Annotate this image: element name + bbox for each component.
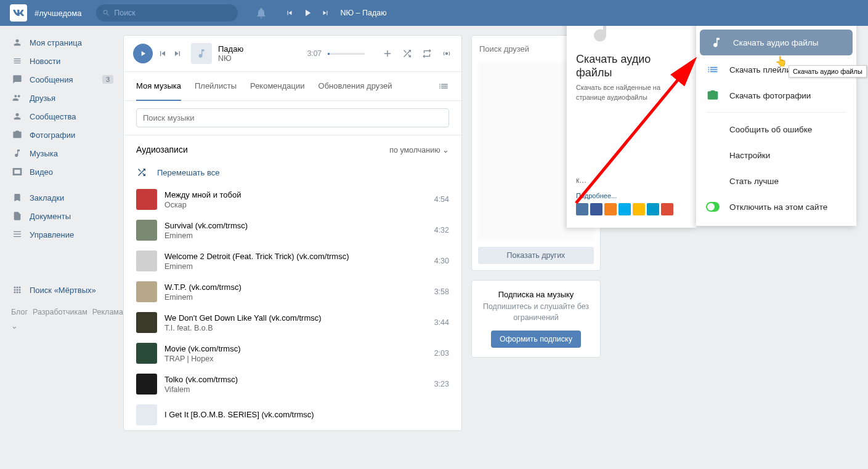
header-search[interactable]	[96, 4, 238, 22]
track-art	[136, 404, 157, 425]
sidebar-item[interactable]: Закладки	[7, 188, 117, 207]
bell-icon[interactable]	[255, 7, 267, 19]
sidebar-icon	[11, 55, 23, 67]
track-row[interactable]: Tolko (vk.com/trmsc)Vifalem3:23	[124, 369, 461, 399]
subscription-title: Подписка на музыку	[481, 290, 591, 299]
share-icon[interactable]	[619, 203, 631, 215]
prev-track-icon[interactable]	[158, 49, 168, 58]
footer-link[interactable]: Разработчикам	[33, 308, 87, 316]
sidebar-label: Видео	[30, 167, 53, 177]
repeat-icon[interactable]	[421, 48, 432, 59]
tab[interactable]: Моя музыка	[136, 72, 181, 101]
menu-item[interactable]: Стать лучше	[696, 168, 856, 194]
menu-item-icon	[706, 63, 720, 76]
add-icon[interactable]	[382, 48, 393, 59]
sidebar-icon	[11, 129, 23, 141]
track-row[interactable]: We Don't Get Down Like Yall (vk.com/trms…	[124, 307, 461, 338]
sidebar-item[interactable]: Друзья	[7, 89, 117, 107]
menu-item[interactable]: Настройки	[696, 142, 856, 168]
sidebar-item[interactable]: Видео	[7, 162, 117, 181]
track-art	[136, 312, 157, 333]
track-title: Survival (vk.com/trmsc)	[164, 221, 434, 230]
sort-dropdown[interactable]: по умолчанию ⌄	[389, 145, 449, 154]
show-others-button[interactable]: Показать других	[478, 247, 594, 264]
list-view-icon[interactable]	[438, 81, 449, 92]
share-icon[interactable]	[604, 203, 617, 215]
extension-menu: Обновить ссылкиСкачать аудио файлыСкачат…	[696, 0, 856, 226]
header-search-input[interactable]	[114, 9, 232, 17]
share-icon[interactable]	[590, 203, 602, 215]
shuffle-all-button[interactable]: Перемешать все	[124, 161, 461, 184]
sidebar-item[interactable]: Моя страница	[7, 33, 117, 52]
track-art	[136, 251, 157, 271]
footer-link[interactable]: Блог	[11, 308, 28, 316]
track-row[interactable]: I Get It [B.O.M.B. SERIES] (vk.com/trmsc…	[124, 399, 461, 430]
track-art	[136, 374, 157, 395]
ext-more-link[interactable]: Подробнее...	[576, 192, 687, 199]
sidebar-label: Друзья	[30, 94, 55, 103]
menu-item-label: Сообщить об ошибке	[729, 125, 812, 134]
shuffle-all-label: Перемешать все	[157, 168, 219, 177]
tab[interactable]: Обновления друзей	[318, 72, 392, 100]
menu-item[interactable]: Отключить на этом сайте	[696, 194, 856, 220]
menu-item[interactable]: Скачать аудио файлы	[700, 30, 853, 55]
sidebar-item[interactable]: Фотографии	[7, 126, 117, 144]
broadcast-icon[interactable]	[441, 48, 452, 59]
sidebar-item[interactable]: Управление	[7, 225, 117, 244]
menu-item-icon	[706, 122, 720, 136]
ext-trunc: к…	[576, 176, 687, 185]
tab[interactable]: Плейлисты	[195, 72, 237, 100]
track-artist: Eminem	[164, 262, 434, 271]
track-title: Между мной и тобой	[164, 190, 434, 199]
track-artist: Eminem	[164, 293, 434, 302]
menu-item-icon	[706, 148, 720, 162]
track-duration: 3:23	[434, 380, 449, 388]
menu-separator	[706, 112, 846, 113]
sidebar-label: Закладки	[30, 193, 64, 202]
menu-item[interactable]: Сообщить об ошибке	[696, 116, 856, 142]
menu-item[interactable]: Скачать фотографии	[696, 82, 856, 108]
subscribe-button[interactable]: Оформить подписку	[491, 331, 581, 348]
next-track-icon[interactable]	[172, 49, 182, 58]
sidebar-icon	[11, 166, 23, 178]
sidebar-label: Фотографии	[30, 130, 75, 140]
now-playing-art	[191, 43, 212, 64]
track-row[interactable]: Survival (vk.com/trmsc)Eminem4:32	[124, 215, 461, 246]
music-search-input[interactable]	[136, 108, 449, 127]
badge: 3	[102, 75, 113, 84]
vk-logo[interactable]	[10, 4, 27, 22]
header-hashtag[interactable]: #лучшедома	[34, 9, 81, 18]
sidebar-item[interactable]: Новости	[7, 52, 117, 70]
track-row[interactable]: W.T.P. (vk.com/trmsc)Eminem3:58	[124, 276, 461, 307]
prev-icon[interactable]	[285, 9, 294, 17]
menu-item-icon	[706, 200, 720, 214]
track-row[interactable]: Movie (vk.com/trmsc)TRAP | Hopex2:03	[124, 338, 461, 369]
sidebar-item[interactable]: Музыка	[7, 144, 117, 162]
next-icon[interactable]	[320, 9, 330, 17]
sidebar-item[interactable]: Сообщения3	[7, 70, 117, 89]
tab[interactable]: Рекомендации	[250, 72, 305, 100]
share-icon[interactable]	[661, 203, 673, 215]
play-button[interactable]	[133, 44, 153, 63]
play-icon[interactable]	[302, 7, 313, 18]
track-art	[136, 343, 157, 364]
list-header: Аудиозаписи по умолчанию ⌄	[124, 135, 461, 161]
menu-item-label: Скачать фотографии	[729, 91, 811, 100]
menu-item-label: Скачать аудио файлы	[733, 38, 818, 47]
volume-slider[interactable]	[328, 53, 365, 55]
shuffle-icon[interactable]	[402, 48, 413, 59]
subscription-box: Подписка на музыку Подпишитесь и слушайт…	[471, 280, 601, 358]
sidebar-item[interactable]: Сообщества	[7, 107, 117, 126]
header-track-label: NЮ – Падаю	[340, 9, 386, 17]
search-dead-link[interactable]: Поиск «Мёртвых»	[7, 281, 117, 299]
sidebar-item[interactable]: Документы	[7, 207, 117, 225]
share-icon[interactable]	[576, 203, 588, 215]
track-row[interactable]: Welcome 2 Detroit (Feat. Trick Trick) (v…	[124, 246, 461, 276]
share-icon[interactable]	[633, 203, 645, 215]
footer-link[interactable]: Реклама	[92, 308, 123, 316]
track-row[interactable]: Между мной и тобойОскар4:54	[124, 184, 461, 215]
track-artist: T.I. feat. B.o.B	[164, 324, 434, 332]
track-title: I Get It [B.O.M.B. SERIES] (vk.com/trmsc…	[164, 410, 449, 419]
share-icon[interactable]	[647, 203, 659, 215]
toggle-switch[interactable]	[706, 202, 720, 212]
